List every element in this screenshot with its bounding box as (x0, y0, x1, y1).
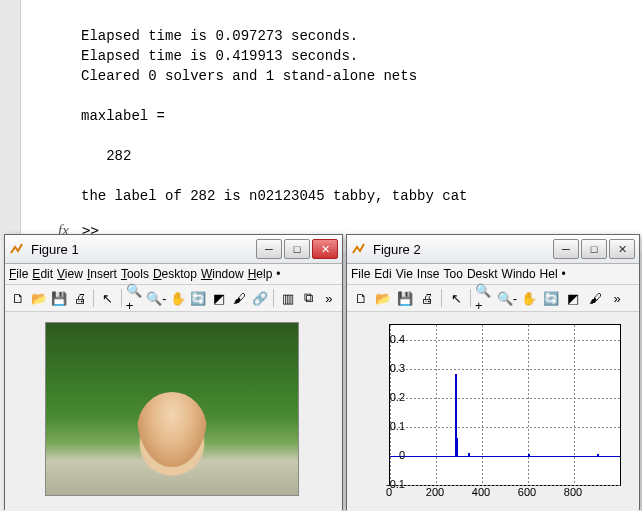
open-icon[interactable]: 📂 (30, 288, 49, 308)
zoom-in-icon[interactable]: 🔍+ (126, 288, 145, 308)
minimize-button[interactable]: ─ (553, 239, 579, 259)
editor-gutter (0, 0, 21, 240)
figure-2-menubar: File Edi Vie Inse Too Deskt Windo Hel • (347, 264, 639, 285)
matlab-figure-icon (351, 241, 367, 257)
gridline (574, 325, 575, 485)
figure-2-toolbar: 🗋 📂 💾 🖨 ↖ 🔍+ 🔍- ✋ 🔄 ◩ 🖌 » (347, 285, 639, 312)
x-tick-label: 0 (386, 486, 392, 498)
close-button[interactable]: ✕ (312, 239, 338, 259)
figure-1-title: Figure 1 (31, 242, 254, 257)
plot-box (389, 324, 621, 486)
menu-edit[interactable]: Edit (32, 267, 53, 281)
figure-2-axes[interactable]: -0.100.10.20.30.40200400600800 (347, 312, 639, 511)
menu-more-icon[interactable]: • (562, 267, 566, 281)
gridline (390, 369, 620, 370)
data-bar (456, 447, 458, 456)
y-tick-label: 0.3 (390, 362, 405, 374)
toolbar-separator (470, 289, 471, 307)
print-icon[interactable]: 🖨 (417, 288, 437, 308)
minimize-button[interactable]: ─ (256, 239, 282, 259)
rotate-icon[interactable]: 🔄 (541, 288, 561, 308)
menu-desktop[interactable]: Deskt (467, 267, 498, 281)
dock-icon[interactable]: ⧉ (299, 288, 318, 308)
gridline (390, 325, 391, 485)
maximize-button[interactable]: □ (284, 239, 310, 259)
new-figure-icon[interactable]: 🗋 (351, 288, 371, 308)
menu-insert[interactable]: Inse (417, 267, 440, 281)
figure-1-window: Figure 1 ─ □ ✕ File Edit View Insert Too… (4, 234, 343, 510)
menu-more-icon[interactable]: • (276, 267, 280, 281)
menu-file[interactable]: File (9, 267, 28, 281)
gridline (436, 325, 437, 485)
figure-2-window: Figure 2 ─ □ ✕ File Edi Vie Inse Too Des… (346, 234, 640, 510)
data-cursor-icon[interactable]: ◩ (563, 288, 583, 308)
figure-1-menubar: File Edit View Insert Tools Desktop Wind… (5, 264, 342, 285)
gridline (528, 325, 529, 485)
save-icon[interactable]: 💾 (395, 288, 415, 308)
gridline (390, 485, 620, 486)
figure-1-axes[interactable] (5, 312, 342, 511)
menu-tools[interactable]: Too (444, 267, 463, 281)
figure-2-titlebar[interactable]: Figure 2 ─ □ ✕ (347, 235, 639, 264)
link-icon[interactable]: 🔗 (251, 288, 270, 308)
command-window[interactable]: Elapsed time is 0.097273 seconds. Elapse… (20, 0, 642, 252)
save-icon[interactable]: 💾 (50, 288, 69, 308)
menu-edit[interactable]: Edi (374, 267, 391, 281)
toolbar-separator (273, 289, 274, 307)
gridline (390, 398, 620, 399)
menu-tools[interactable]: Tools (121, 267, 149, 281)
matlab-figure-icon (9, 241, 25, 257)
edit-plot-icon[interactable]: ↖ (98, 288, 117, 308)
gridline (482, 325, 483, 485)
brush-icon[interactable]: 🖌 (230, 288, 249, 308)
menu-desktop[interactable]: Desktop (153, 267, 197, 281)
console-line: Elapsed time is 0.419913 seconds. (81, 48, 358, 64)
menu-insert[interactable]: Insert (87, 267, 117, 281)
figure-2-title: Figure 2 (373, 242, 551, 257)
y-tick-label: 0.2 (390, 391, 405, 403)
open-icon[interactable]: 📂 (373, 288, 393, 308)
toolbar-more-icon[interactable]: » (607, 288, 627, 308)
console-line: Cleared 0 solvers and 1 stand-alone nets (81, 68, 417, 84)
menu-view[interactable]: View (57, 267, 83, 281)
x-tick-label: 400 (472, 486, 490, 498)
x-tick-label: 600 (518, 486, 536, 498)
menu-help[interactable]: Help (248, 267, 273, 281)
console-line: the label of 282 is n02123045 tabby, tab… (81, 188, 467, 204)
x-tick-label: 200 (426, 486, 444, 498)
menu-window[interactable]: Window (201, 267, 244, 281)
data-bar (528, 454, 530, 455)
insert-colorbar-icon[interactable]: ▥ (278, 288, 297, 308)
menu-view[interactable]: Vie (396, 267, 413, 281)
data-cursor-icon[interactable]: ◩ (210, 288, 229, 308)
x-tick-label: 800 (564, 486, 582, 498)
new-figure-icon[interactable]: 🗋 (9, 288, 28, 308)
console-line: 282 (81, 148, 131, 164)
toolbar-separator (441, 289, 442, 307)
pan-icon[interactable]: ✋ (168, 288, 187, 308)
menu-file[interactable]: File (351, 267, 370, 281)
console-line: Elapsed time is 0.097273 seconds. (81, 28, 358, 44)
figure-1-titlebar[interactable]: Figure 1 ─ □ ✕ (5, 235, 342, 264)
menu-window[interactable]: Windo (502, 267, 536, 281)
baseline (390, 456, 620, 457)
image-display (45, 322, 299, 496)
data-bar (468, 453, 470, 456)
rotate-icon[interactable]: 🔄 (189, 288, 208, 308)
toolbar-more-icon[interactable]: » (319, 288, 338, 308)
figure-1-toolbar: 🗋 📂 💾 🖨 ↖ 🔍+ 🔍- ✋ 🔄 ◩ 🖌 🔗 ▥ ⧉ » (5, 285, 342, 312)
print-icon[interactable]: 🖨 (71, 288, 90, 308)
zoom-in-icon[interactable]: 🔍+ (475, 288, 495, 308)
zoom-out-icon[interactable]: 🔍- (497, 288, 517, 308)
maximize-button[interactable]: □ (581, 239, 607, 259)
console-line: maxlabel = (81, 108, 165, 124)
edit-plot-icon[interactable]: ↖ (446, 288, 466, 308)
menu-help[interactable]: Hel (540, 267, 558, 281)
brush-icon[interactable]: 🖌 (585, 288, 605, 308)
pan-icon[interactable]: ✋ (519, 288, 539, 308)
close-button[interactable]: ✕ (609, 239, 635, 259)
zoom-out-icon[interactable]: 🔍- (146, 288, 166, 308)
data-bar (597, 454, 599, 455)
gridline (390, 340, 620, 341)
toolbar-separator (121, 289, 122, 307)
